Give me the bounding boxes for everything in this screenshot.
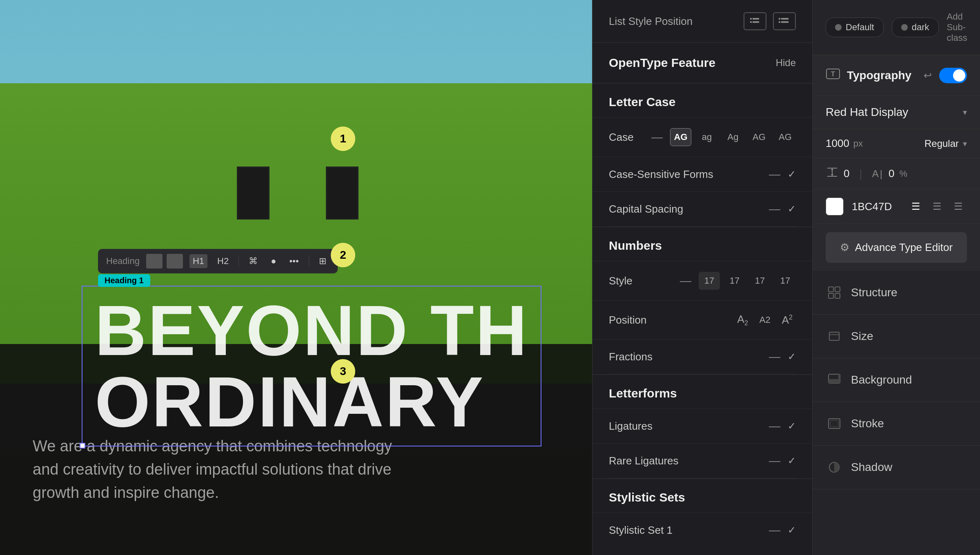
- align-left[interactable]: ☰: [907, 198, 924, 215]
- canvas-area: We are a dynamic agency that combines te…: [0, 0, 592, 555]
- list-icon-outside[interactable]: [773, 12, 796, 30]
- dark-class-btn[interactable]: dark: [892, 18, 939, 37]
- toolbar-layout-btn[interactable]: ⊞: [316, 254, 330, 268]
- style-opt-17-3[interactable]: 17: [749, 272, 771, 290]
- advance-type-editor-btn[interactable]: ⚙ Advance Type Editor: [826, 232, 967, 263]
- h1-button[interactable]: H1: [189, 254, 207, 268]
- line-height-icon: [826, 166, 839, 181]
- font-style-selector[interactable]: Regular ▾: [924, 138, 967, 149]
- capital-spacing-controls: — ✓: [769, 202, 796, 215]
- toolbar-more-btn[interactable]: •••: [286, 254, 302, 268]
- font-selector[interactable]: Red Hat Display ▾: [813, 96, 980, 129]
- case-controls: — AG ag Ag AG AG: [651, 128, 796, 146]
- toolbar-circle-btn[interactable]: ●: [267, 254, 279, 268]
- case-opt-ag-title[interactable]: Ag: [722, 128, 744, 146]
- rare-ligatures-row: Rare Ligatures — ✓: [592, 443, 812, 478]
- step-badge-1: 1: [331, 127, 355, 151]
- letter-spacing-val: 0: [889, 167, 894, 180]
- rare-ligatures-check[interactable]: ✓: [788, 455, 796, 466]
- fractions-row: Fractions — ✓: [592, 339, 812, 374]
- font-size-value: 1000: [826, 137, 849, 150]
- style-opt-17-2[interactable]: 17: [724, 272, 745, 290]
- fractions-check[interactable]: ✓: [788, 351, 796, 362]
- capital-spacing-row: Capital Spacing — ✓: [592, 191, 812, 226]
- capital-spacing-label: Capital Spacing: [609, 203, 769, 215]
- hide-button[interactable]: Hide: [776, 57, 796, 69]
- toolbar-link-btn[interactable]: ⌘: [245, 254, 261, 268]
- font-size-input[interactable]: 1000 px: [826, 137, 863, 150]
- color-hex[interactable]: 1BC47D: [852, 200, 892, 213]
- ligatures-minus[interactable]: —: [769, 420, 780, 433]
- typography-panel-header-right: ↩: [924, 68, 967, 83]
- background-item[interactable]: Background: [813, 358, 980, 402]
- h2-button[interactable]: H2: [214, 254, 232, 268]
- stylistic-set-1-minus[interactable]: —: [769, 524, 780, 537]
- case-minus[interactable]: —: [651, 131, 663, 144]
- style-minus[interactable]: —: [680, 274, 691, 287]
- letter-spacing-item[interactable]: A| 0 %: [872, 167, 907, 180]
- ligatures-check[interactable]: ✓: [788, 420, 796, 432]
- align-right[interactable]: ☰: [950, 198, 967, 215]
- position-label: Position: [609, 314, 734, 326]
- structure-icon: [826, 284, 843, 301]
- case-opt-ag-upper[interactable]: AG: [748, 128, 770, 146]
- case-sensitive-row: Case-Sensitive Forms — ✓: [592, 157, 812, 191]
- size-label: Size: [851, 330, 873, 343]
- case-sensitive-minus[interactable]: —: [769, 168, 780, 181]
- svg-rect-17: [829, 293, 833, 298]
- svg-rect-19: [829, 332, 839, 340]
- case-sensitive-check[interactable]: ✓: [788, 169, 796, 180]
- style-opt-17-4[interactable]: 17: [775, 272, 796, 290]
- svg-rect-16: [835, 287, 840, 292]
- line-height-item[interactable]: 0: [826, 166, 849, 181]
- stylistic-set-1-check[interactable]: ✓: [788, 524, 796, 536]
- pos-opt-sub[interactable]: A2: [734, 311, 751, 329]
- heading-toolbar-label: Heading: [106, 256, 140, 266]
- heading-toolbar: Heading H1 H2 ⌘ ● ••• ⊞: [98, 249, 338, 273]
- typography-icon: T: [826, 67, 840, 84]
- align-options: ☰ ☰ ☰: [907, 198, 967, 215]
- shadow-item[interactable]: Shadow: [813, 446, 980, 489]
- back-button[interactable]: ↩: [924, 70, 932, 81]
- default-class-dot: [835, 24, 842, 31]
- spacing-row: 0 | A| 0 %: [813, 158, 980, 189]
- size-item[interactable]: Size: [813, 315, 980, 358]
- case-opt-ag-bold[interactable]: AG: [670, 128, 691, 146]
- structure-item[interactable]: Structure: [813, 271, 980, 315]
- rare-ligatures-minus[interactable]: —: [769, 454, 780, 467]
- align-center[interactable]: ☰: [929, 198, 946, 215]
- svg-rect-23: [838, 374, 840, 383]
- style-options: 17 17 17 17: [699, 272, 796, 290]
- middle-panel: List Style Position OpenType Feature Hid…: [592, 0, 813, 555]
- background-icon: [826, 371, 843, 388]
- svg-rect-7: [781, 21, 788, 23]
- list-icon-inside[interactable]: [744, 12, 766, 30]
- capital-spacing-minus[interactable]: —: [769, 202, 780, 215]
- color-swatch[interactable]: [826, 198, 844, 215]
- svg-rect-15: [829, 287, 833, 292]
- font-style-chevron: ▾: [963, 139, 967, 149]
- ligatures-label: Ligatures: [609, 420, 769, 433]
- capital-spacing-check[interactable]: ✓: [788, 203, 796, 215]
- default-class-btn[interactable]: Default: [826, 18, 884, 37]
- toolbar-icon-block2[interactable]: [167, 254, 183, 269]
- case-opt-ag-cap[interactable]: AG: [775, 128, 796, 146]
- shadow-icon: [826, 459, 843, 476]
- add-subclass-btn[interactable]: Add Sub-class: [947, 11, 967, 43]
- toolbar-icon-block[interactable]: [146, 254, 163, 269]
- style-label: Style: [609, 275, 680, 287]
- svg-text:T: T: [831, 71, 835, 78]
- typography-toggle[interactable]: [939, 68, 967, 83]
- fractions-minus[interactable]: —: [769, 350, 780, 363]
- stroke-item[interactable]: Stroke: [813, 402, 980, 446]
- heading-type-badge: Heading 1: [98, 274, 150, 287]
- big-text-container[interactable]: BEYOND TH ORDINARY: [82, 286, 541, 446]
- big-text-line1: BEYOND TH: [95, 295, 528, 366]
- pos-opt-normal[interactable]: A2: [756, 313, 774, 327]
- resize-handle[interactable]: [80, 443, 85, 448]
- case-opt-ag-lower[interactable]: ag: [696, 128, 717, 146]
- style-opt-17-1[interactable]: 17: [699, 272, 720, 290]
- pos-opt-sup[interactable]: A2: [779, 312, 796, 328]
- svg-rect-25: [830, 420, 838, 427]
- font-size-unit: px: [853, 138, 863, 149]
